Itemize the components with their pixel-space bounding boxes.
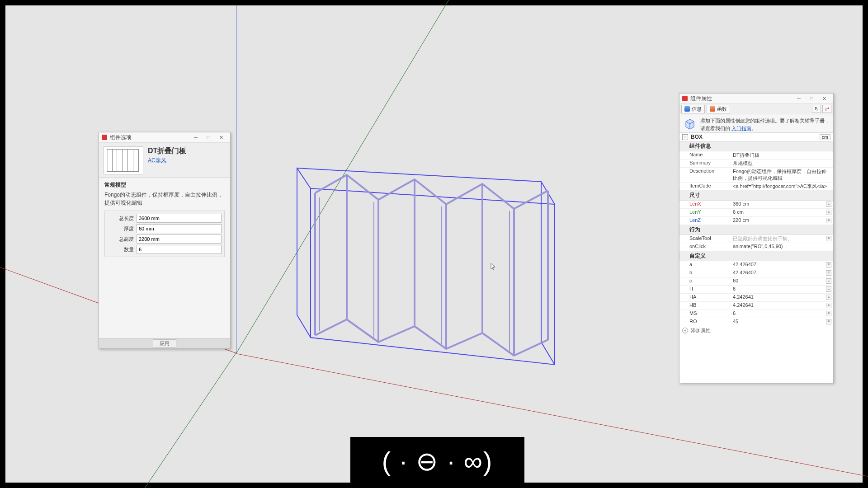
attr-row: b42.426407≡ bbox=[679, 269, 833, 277]
component-name: DT折叠门板 bbox=[148, 146, 186, 156]
attr-value[interactable]: 已隐藏部分调整比例手柄。 bbox=[731, 235, 826, 243]
plus-icon: + bbox=[682, 328, 688, 333]
input-thickness[interactable] bbox=[137, 224, 222, 233]
input-total-height[interactable] bbox=[137, 235, 222, 244]
attr-row: HB4.242641≡ bbox=[679, 302, 833, 310]
attr-row: ItemCode<a href="http://fongocer.com">AC… bbox=[679, 183, 833, 191]
refresh-button[interactable]: ↻ bbox=[812, 105, 821, 113]
section-custom: 自定义 bbox=[679, 251, 833, 261]
attr-value[interactable]: <a href="http://fongocer.com">AC季风</a> bbox=[731, 183, 833, 190]
attr-value[interactable]: 45 bbox=[731, 318, 826, 324]
attr-value[interactable]: 6 cm bbox=[731, 209, 826, 215]
fx-icon[interactable]: ≡ bbox=[826, 319, 831, 324]
attr-value[interactable]: DT折叠门板 bbox=[731, 151, 833, 159]
field-label-length: 总长度 bbox=[108, 215, 134, 222]
component-cube-icon bbox=[683, 117, 697, 131]
component-attributes-panel[interactable]: 组件属性 ─ □ ✕ 信息 函数 ↻ ⇄ 添加下面的属性创建您的组件选项。要了解… bbox=[679, 93, 834, 383]
input-count[interactable] bbox=[137, 245, 222, 254]
apply-button[interactable]: 应用 bbox=[153, 339, 176, 348]
tab-info[interactable]: 信息 bbox=[681, 105, 705, 113]
attr-value[interactable]: 6 bbox=[731, 286, 826, 292]
attr-row: DescriptionFongo的动态组件，保持框厚度，自由拉伸比例，提供可视化… bbox=[679, 168, 833, 183]
toggle-button[interactable]: ⇄ bbox=[822, 105, 831, 113]
add-attribute-label: 添加属性 bbox=[691, 327, 711, 334]
component-thumbnail bbox=[104, 146, 143, 174]
fx-icon[interactable]: ≡ bbox=[826, 311, 831, 316]
attributes-grid[interactable]: − BOX cm 组件信息 NameDT折叠门板 Summary常规模型 Des… bbox=[679, 132, 833, 383]
close-button[interactable]: ✕ bbox=[818, 94, 830, 103]
fx-icon[interactable]: ≡ bbox=[826, 218, 831, 223]
attr-value[interactable]: 42.426407 bbox=[731, 261, 826, 267]
info-icon bbox=[684, 106, 690, 112]
tab-functions[interactable]: 函数 bbox=[707, 105, 730, 113]
attr-value[interactable]: animate("RO",0,45,90) bbox=[731, 243, 833, 249]
section-description: Fongo的动态组件，保持框厚度，自由拉伸比例，提供可视化编辑 bbox=[104, 191, 225, 207]
attr-value[interactable]: 4.242641 bbox=[731, 302, 826, 308]
attr-value[interactable]: 220 cm bbox=[731, 217, 826, 223]
minimize-button[interactable]: ─ bbox=[793, 94, 805, 103]
add-attribute-row[interactable]: + 添加属性 bbox=[679, 326, 833, 335]
banner-tail: 。 bbox=[751, 126, 756, 131]
fx-icon[interactable]: ≡ bbox=[826, 210, 831, 215]
attr-value[interactable]: 360 cm bbox=[731, 201, 826, 207]
attr-value[interactable]: 60 bbox=[731, 277, 826, 284]
input-total-length[interactable] bbox=[137, 214, 222, 223]
attr-row: LenX360 cm≡ bbox=[679, 201, 833, 209]
attr-row: ScaleTool已隐藏部分调整比例手柄。≡ bbox=[679, 235, 833, 243]
apply-bar: 应用 bbox=[99, 338, 230, 348]
field-label-thickness: 厚度 bbox=[108, 225, 134, 232]
section-comp-info: 组件信息 bbox=[679, 141, 833, 151]
fx-icon[interactable]: ≡ bbox=[826, 295, 831, 300]
fx-icon[interactable]: ≡ bbox=[826, 286, 831, 292]
fx-icon[interactable]: ≡ bbox=[826, 202, 831, 207]
section-size: 尺寸 bbox=[679, 191, 833, 201]
attr-value[interactable]: 42.426407 bbox=[731, 269, 826, 276]
component-options-title: 组件选项 bbox=[110, 134, 132, 141]
fx-icon[interactable]: ≡ bbox=[826, 262, 831, 267]
unit-selector[interactable]: cm bbox=[820, 134, 830, 140]
fx-icon[interactable]: ≡ bbox=[826, 278, 831, 284]
component-options-panel[interactable]: 组件选项 ─ □ ✕ DT折叠门板 AC季风 常规模型 Fongo的动态组件，保… bbox=[99, 132, 231, 349]
attr-value[interactable]: Fongo的动态组件，保持框厚度，自由拉伸比例，提供可视化编辑 bbox=[731, 168, 833, 182]
author-link[interactable]: AC季风 bbox=[148, 157, 166, 164]
tab-info-label: 信息 bbox=[692, 106, 702, 113]
maximize-button[interactable]: □ bbox=[805, 94, 818, 103]
fx-icon[interactable]: ≡ bbox=[826, 303, 831, 308]
component-attributes-title: 组件属性 bbox=[690, 95, 712, 103]
attr-row: LenZ220 cm≡ bbox=[679, 217, 833, 225]
attr-row: H6≡ bbox=[679, 286, 833, 294]
attr-value[interactable]: 4.242641 bbox=[731, 294, 826, 300]
group-header[interactable]: − BOX cm bbox=[679, 132, 833, 141]
maximize-button[interactable]: □ bbox=[202, 133, 215, 141]
attr-value[interactable]: 常规模型 bbox=[731, 160, 833, 167]
attr-row: RO45≡ bbox=[679, 318, 833, 326]
component-header: DT折叠门板 AC季风 bbox=[99, 143, 230, 178]
attr-row: a42.426407≡ bbox=[679, 261, 833, 269]
attr-row: MS6≡ bbox=[679, 310, 833, 318]
banner-link[interactable]: 入门指南 bbox=[731, 126, 751, 131]
section-title: 常规模型 bbox=[104, 181, 225, 189]
field-label-height: 总高度 bbox=[108, 236, 134, 243]
component-options-titlebar[interactable]: 组件选项 ─ □ ✕ bbox=[99, 132, 230, 143]
attributes-toolbar: 信息 函数 ↻ ⇄ bbox=[679, 104, 833, 114]
fx-icon[interactable]: ≡ bbox=[826, 270, 831, 276]
watermark: ( · ⊖ · ∞) bbox=[350, 437, 524, 486]
sketchup-icon bbox=[102, 135, 107, 140]
cursor-pointer bbox=[490, 263, 497, 270]
collapse-icon[interactable]: − bbox=[682, 134, 688, 140]
attr-row: NameDT折叠门板 bbox=[679, 151, 833, 160]
fx-icon[interactable]: ≡ bbox=[826, 236, 831, 241]
minimize-button[interactable]: ─ bbox=[189, 133, 202, 141]
sketchup-icon bbox=[682, 96, 688, 101]
attr-row: onClickanimate("RO",0,45,90) bbox=[679, 243, 833, 251]
attr-row: c60≡ bbox=[679, 277, 833, 286]
group-name: BOX bbox=[691, 134, 703, 140]
axis-y-neg bbox=[134, 353, 236, 488]
function-icon bbox=[710, 106, 715, 112]
component-attributes-titlebar[interactable]: 组件属性 ─ □ ✕ bbox=[679, 94, 833, 104]
close-button[interactable]: ✕ bbox=[215, 133, 227, 141]
attr-value[interactable]: 6 bbox=[731, 310, 826, 316]
model-wireframe bbox=[288, 157, 582, 374]
section-behavior: 行为 bbox=[679, 225, 833, 235]
axis-z bbox=[236, 5, 236, 353]
